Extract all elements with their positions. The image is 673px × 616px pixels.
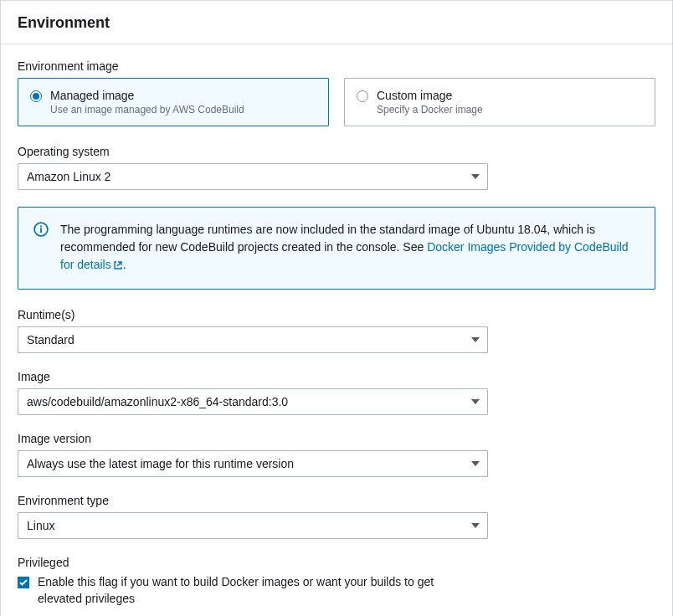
- radio-icon: [357, 90, 368, 102]
- panel-header: Environment: [1, 1, 672, 44]
- panel-body: Environment image Managed image Use an i…: [1, 44, 672, 616]
- runtime-label: Runtime(s): [18, 308, 488, 321]
- custom-image-title: Custom image: [377, 89, 483, 102]
- image-label: Image: [18, 370, 488, 383]
- privileged-checkbox[interactable]: [18, 577, 29, 588]
- runtime-group: Runtime(s) Standard: [18, 308, 488, 353]
- privileged-checkbox-row: Enable this flag if you want to build Do…: [18, 574, 655, 607]
- image-version-select[interactable]: Always use the latest image for this run…: [18, 450, 488, 477]
- radio-icon: [30, 90, 42, 102]
- image-version-group: Image version Always use the latest imag…: [18, 432, 488, 477]
- image-select[interactable]: aws/codebuild/amazonlinux2-x86_64-standa…: [18, 388, 488, 415]
- privileged-desc: Enable this flag if you want to build Do…: [38, 574, 473, 607]
- image-version-label: Image version: [18, 432, 488, 445]
- managed-image-title: Managed image: [50, 89, 244, 102]
- svg-rect-2: [40, 226, 42, 228]
- image-value: aws/codebuild/amazonlinux2-x86_64-standa…: [27, 395, 288, 408]
- env-type-select[interactable]: Linux: [18, 512, 488, 539]
- os-value: Amazon Linux 2: [27, 170, 110, 183]
- privileged-label: Privileged: [18, 556, 655, 569]
- info-alert-text: The programming language runtimes are no…: [60, 221, 640, 275]
- environment-image-group: Environment image Managed image Use an i…: [18, 59, 655, 126]
- custom-image-text: Custom image Specify a Docker image: [377, 89, 483, 116]
- env-type-label: Environment type: [18, 494, 488, 507]
- managed-image-text: Managed image Use an image managed by AW…: [50, 89, 244, 116]
- image-group: Image aws/codebuild/amazonlinux2-x86_64-…: [18, 370, 488, 415]
- custom-image-desc: Specify a Docker image: [377, 104, 483, 116]
- runtime-select[interactable]: Standard: [18, 326, 488, 353]
- os-select[interactable]: Amazon Linux 2: [18, 163, 488, 190]
- runtime-info-alert: The programming language runtimes are no…: [18, 207, 655, 290]
- info-text-2: .: [123, 258, 126, 271]
- environment-panel: Environment Environment image Managed im…: [0, 0, 673, 616]
- panel-title: Environment: [18, 14, 655, 32]
- managed-image-option[interactable]: Managed image Use an image managed by AW…: [18, 78, 329, 126]
- external-link-icon: [113, 258, 123, 275]
- os-group: Operating system Amazon Linux 2: [18, 145, 488, 190]
- os-label: Operating system: [18, 145, 488, 158]
- environment-image-label: Environment image: [18, 59, 655, 73]
- image-version-value: Always use the latest image for this run…: [27, 457, 294, 470]
- env-type-value: Linux: [27, 519, 54, 532]
- info-icon: [33, 222, 49, 237]
- managed-image-desc: Use an image managed by AWS CodeBuild: [50, 104, 244, 116]
- privileged-group: Privileged Enable this flag if you want …: [18, 556, 655, 607]
- svg-rect-1: [40, 228, 42, 233]
- environment-image-options: Managed image Use an image managed by AW…: [18, 78, 655, 126]
- custom-image-option[interactable]: Custom image Specify a Docker image: [344, 78, 655, 126]
- runtime-value: Standard: [27, 333, 74, 346]
- env-type-group: Environment type Linux: [18, 494, 488, 539]
